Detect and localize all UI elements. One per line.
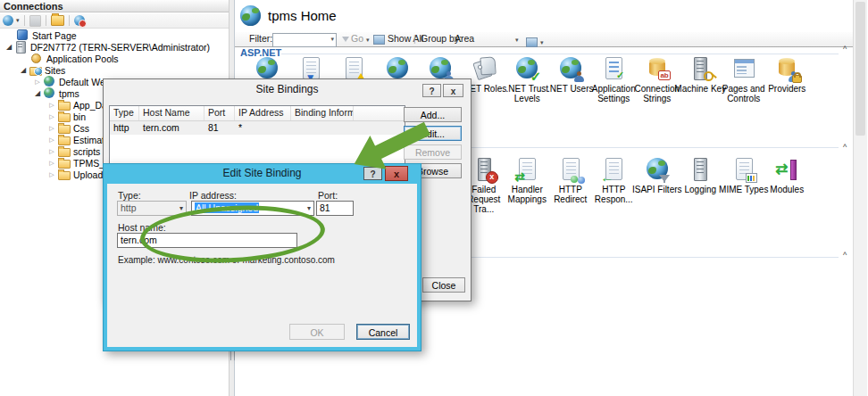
- server-icon: [687, 157, 714, 182]
- chevron-down-icon[interactable]: ▾: [515, 33, 519, 47]
- expander-icon[interactable]: ▷: [32, 76, 43, 87]
- add-button[interactable]: Add...: [404, 107, 462, 122]
- type-label: Type:: [118, 190, 141, 201]
- go-label: Go: [351, 33, 363, 44]
- close-button[interactable]: Close: [422, 277, 465, 293]
- list-page-icon: ✓: [600, 56, 627, 81]
- feature-logging[interactable]: Logging: [679, 157, 722, 214]
- feature-http-response-headers[interactable]: ←HTTP Respon...: [592, 157, 636, 214]
- column-header[interactable]: Host Name: [139, 106, 204, 120]
- feature-modules[interactable]: ⇄Modules: [765, 157, 809, 214]
- column-header[interactable]: Binding Informa...: [291, 106, 354, 120]
- chevron-down-icon[interactable]: ▾: [307, 202, 311, 215]
- site-globe-icon: [43, 87, 57, 99]
- site-globe-icon: [43, 76, 57, 87]
- host-name-input[interactable]: tern.com: [117, 233, 297, 248]
- edit-button[interactable]: Edit...: [404, 126, 462, 141]
- tree-item-application-pools[interactable]: Application Pools: [0, 53, 229, 64]
- toolbar-separator: [69, 15, 70, 26]
- remove-connection-icon[interactable]: [74, 15, 85, 26]
- help-button[interactable]: ?: [363, 167, 382, 180]
- column-header-filler: [354, 106, 405, 120]
- toolbar-separator: [24, 15, 25, 26]
- feature-handler-mappings[interactable]: ⇄Handler Mappings: [505, 157, 549, 214]
- folder-icon: [57, 145, 71, 157]
- tree-label: Application Pools: [46, 54, 119, 64]
- connect-icon[interactable]: [3, 15, 13, 26]
- feature-providers[interactable]: Providers: [765, 56, 809, 103]
- show-all-button[interactable]: Show All: [373, 32, 423, 46]
- feature-http-redirect[interactable]: HTTP Redirect: [549, 157, 593, 214]
- page-chart-icon: [730, 157, 757, 182]
- ok-button[interactable]: OK: [289, 324, 345, 340]
- column-header[interactable]: Type: [110, 106, 139, 120]
- tree-item-sites[interactable]: ◢Sites: [0, 64, 229, 76]
- edit-site-binding-dialog: Edit Site Binding ? x Type: IP address: …: [103, 163, 421, 351]
- chevron-down-icon[interactable]: ▾: [366, 37, 370, 43]
- filter-input[interactable]: ▾: [272, 33, 337, 47]
- tree-item-server[interactable]: ◢DF2N7T72 (TERN-SERVER\Administrator): [0, 41, 229, 53]
- collapse-section-icon[interactable]: ^: [843, 45, 847, 54]
- database-person-lock-icon: [773, 56, 800, 81]
- column-header[interactable]: Port: [204, 106, 235, 120]
- expander-icon[interactable]: ◢: [18, 64, 29, 76]
- import-icon[interactable]: [51, 15, 64, 26]
- type-select[interactable]: http▾: [117, 201, 187, 216]
- close-icon[interactable]: x: [443, 84, 463, 97]
- expander-icon[interactable]: ▷: [46, 157, 57, 169]
- group-by-value[interactable]: Area: [455, 32, 474, 46]
- column-header[interactable]: IP Address: [235, 106, 291, 120]
- page-arrow-down-icon: ▼: [297, 56, 324, 81]
- sites-folder-icon: [29, 64, 43, 76]
- feature-machine-key[interactable]: Machine Key: [679, 56, 722, 103]
- connections-toolbar: ▾: [0, 13, 229, 29]
- feature-net-trust-levels[interactable]: ✓.NET Trust Levels: [505, 56, 549, 103]
- collapse-section-icon[interactable]: ^: [843, 143, 847, 152]
- expander-icon[interactable]: ▷: [46, 111, 57, 122]
- feature-connection-strings[interactable]: abConnection Strings: [636, 56, 680, 103]
- save-icon: [29, 15, 41, 27]
- view-mode-button[interactable]: ▾: [526, 35, 544, 49]
- expander-icon[interactable]: ▷: [46, 145, 57, 157]
- globe-funnel-icon: [644, 157, 671, 182]
- close-icon[interactable]: x: [385, 166, 408, 181]
- scrollbar-thumb[interactable]: [855, 2, 865, 136]
- remove-button[interactable]: Remove: [404, 144, 462, 160]
- toolbar-separator: [46, 15, 46, 26]
- expander-icon[interactable]: ◢: [4, 41, 14, 53]
- feature-pages-and-controls[interactable]: Pages and Controls: [722, 56, 766, 103]
- tree-label: Start Page: [32, 30, 77, 41]
- expander-icon[interactable]: ▷: [46, 99, 57, 111]
- show-all-label: Show All: [388, 33, 423, 44]
- page-warning-icon: [340, 56, 367, 81]
- vertical-scrollbar[interactable]: [853, 0, 867, 396]
- port-label: Port:: [318, 190, 338, 201]
- feature-net-users[interactable]: .NET Users: [549, 56, 593, 103]
- database-ab-icon: ab: [644, 56, 671, 81]
- cancel-button[interactable]: Cancel: [356, 324, 410, 340]
- help-button[interactable]: ?: [422, 84, 441, 97]
- feature-application-settings[interactable]: ✓Application Settings: [592, 56, 636, 103]
- connect-dropdown-icon[interactable]: ▾: [16, 17, 20, 24]
- expander-icon[interactable]: ▷: [46, 169, 57, 180]
- tree-label: DF2N7T72 (TERN-SERVER\Administrator): [30, 42, 210, 53]
- expander-icon[interactable]: ▷: [46, 122, 57, 134]
- port-input[interactable]: 81: [316, 201, 354, 216]
- start-page-icon: [16, 29, 30, 41]
- expander-icon[interactable]: ◢: [32, 87, 43, 99]
- ip-address-select[interactable]: All Unassigned▾: [191, 201, 314, 216]
- cell-type: http: [110, 121, 139, 135]
- tree-item-start-page[interactable]: Start Page: [0, 29, 229, 41]
- globe-icon: [384, 56, 411, 81]
- table-row[interactable]: http tern.com 81 *: [110, 121, 405, 135]
- go-button[interactable]: Go ▾: [342, 32, 369, 46]
- expander-icon[interactable]: ▷: [46, 134, 57, 145]
- chevron-down-icon[interactable]: ▾: [330, 34, 334, 45]
- feature-isapi-filters[interactable]: ISAPI Filters: [636, 157, 680, 214]
- type-value: http: [121, 202, 137, 213]
- chevron-down-icon[interactable]: ▾: [540, 39, 544, 45]
- feature-mime-types[interactable]: MIME Types: [722, 157, 766, 214]
- window-icon: [730, 56, 757, 81]
- folder-icon: [57, 122, 71, 134]
- collapse-section-icon[interactable]: ^: [843, 251, 847, 260]
